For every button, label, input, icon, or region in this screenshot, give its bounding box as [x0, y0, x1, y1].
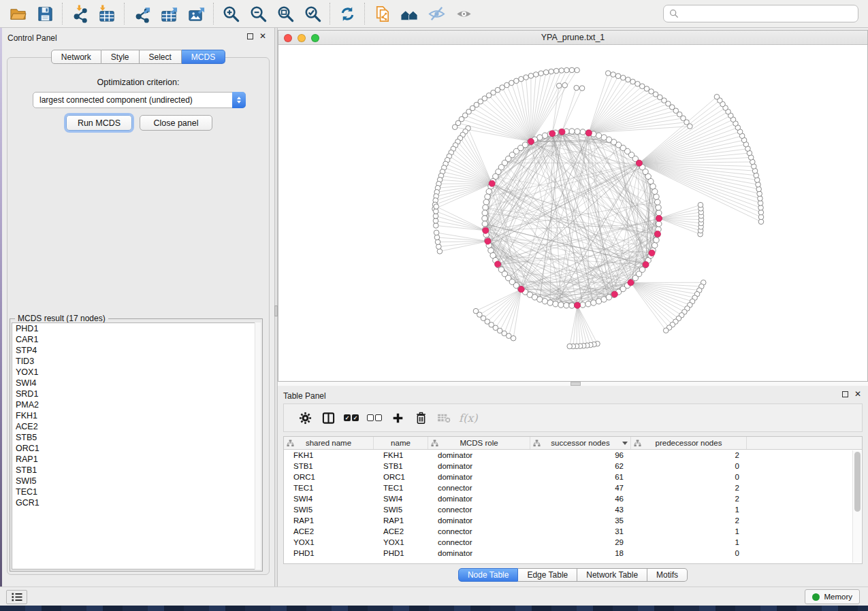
mcds-node[interactable] — [559, 129, 565, 135]
result-list-scrollbar[interactable] — [255, 323, 261, 569]
open-session-button[interactable] — [4, 2, 31, 25]
close-panel-icon[interactable]: ✕ — [854, 391, 861, 397]
mcds-node[interactable] — [636, 160, 642, 166]
select-all-columns-button[interactable]: ✓✓ — [340, 406, 363, 429]
column-header-predecessor-nodes[interactable]: predecessor nodes — [631, 437, 747, 449]
show-all-button[interactable] — [450, 2, 477, 25]
mcds-result-item[interactable]: STB5 — [12, 432, 260, 443]
mcds-result-item[interactable]: FKH1 — [12, 410, 260, 421]
tab-edge-table[interactable]: Edge Table — [518, 568, 577, 582]
tab-style[interactable]: Style — [101, 50, 140, 64]
close-panel-icon[interactable]: ✕ — [259, 33, 266, 39]
tab-network-table[interactable]: Network Table — [577, 568, 647, 582]
create-column-button[interactable] — [386, 406, 409, 429]
table-row[interactable]: TEC1TEC1connector472 — [284, 482, 862, 493]
settings-gear-icon — [299, 412, 312, 425]
run-mcds-button[interactable]: Run MCDS — [66, 115, 132, 131]
close-panel-button[interactable]: Close panel — [140, 115, 212, 131]
mcds-node[interactable] — [585, 130, 592, 136]
network-window-titlebar[interactable]: YPA_prune.txt_1 — [278, 31, 867, 45]
mcds-result-item[interactable]: YOX1 — [12, 367, 260, 378]
search-box[interactable] — [663, 5, 858, 22]
tab-mcds[interactable]: MCDS — [182, 50, 225, 64]
mcds-node[interactable] — [643, 261, 649, 267]
float-panel-icon[interactable] — [247, 33, 253, 39]
network-graph[interactable] — [278, 45, 867, 381]
duplicate-network-button[interactable] — [368, 2, 396, 25]
mcds-node[interactable] — [489, 180, 495, 186]
deselect-all-columns-button[interactable] — [363, 406, 386, 429]
mcds-result-item[interactable]: STP4 — [12, 345, 260, 356]
tab-motifs[interactable]: Motifs — [647, 568, 688, 582]
toolbar-separator — [124, 3, 125, 24]
show-columns-button[interactable] — [317, 406, 340, 429]
table-row[interactable]: PHD1PHD1dominator180 — [284, 548, 862, 559]
task-history-button[interactable] — [6, 590, 27, 604]
mcds-result-item[interactable]: SWI5 — [12, 476, 260, 486]
table-row[interactable]: ACE2ACE2connector311 — [284, 526, 862, 537]
table-row[interactable]: ORC1ORC1dominator610 — [284, 472, 862, 482]
column-header-shared-name[interactable]: shared name — [284, 437, 374, 449]
table-scrollbar[interactable] — [852, 450, 861, 563]
float-panel-icon[interactable] — [842, 391, 848, 397]
zoom-out-button[interactable] — [244, 2, 272, 25]
mcds-result-item[interactable]: ORC1 — [12, 443, 260, 454]
delete-columns-button[interactable] — [409, 406, 432, 429]
mcds-node[interactable] — [483, 227, 489, 233]
mcds-result-item[interactable]: PHD1 — [12, 323, 260, 334]
table-row[interactable]: FKH1FKH1dominator962 — [284, 450, 862, 461]
mcds-node[interactable] — [485, 238, 491, 244]
column-header-name[interactable]: name — [374, 437, 428, 449]
mcds-node[interactable] — [528, 138, 534, 144]
first-neighbors-button[interactable] — [396, 2, 423, 25]
export-image-button[interactable] — [182, 2, 210, 25]
mcds-result-item[interactable]: ACE2 — [12, 421, 260, 432]
table-row[interactable]: YOX1YOX1connector291 — [284, 537, 862, 548]
mcds-result-item[interactable]: STB1 — [12, 465, 260, 476]
mcds-node[interactable] — [549, 131, 556, 137]
save-session-button[interactable] — [31, 2, 59, 25]
tab-select[interactable]: Select — [140, 50, 182, 64]
mcds-node[interactable] — [494, 261, 500, 267]
mcds-result-item[interactable]: RAP1 — [12, 454, 260, 465]
mcds-node[interactable] — [656, 215, 662, 221]
mcds-node[interactable] — [654, 231, 660, 237]
mcds-result-item[interactable]: PMA2 — [12, 399, 260, 410]
export-table-button[interactable] — [155, 2, 182, 25]
export-network-button[interactable] — [128, 2, 155, 25]
refresh-button[interactable] — [334, 2, 361, 25]
settings-gear-button[interactable] — [293, 406, 317, 429]
tab-network[interactable]: Network — [51, 50, 101, 64]
mcds-node[interactable] — [649, 250, 655, 256]
zoom-in-button[interactable] — [217, 2, 244, 25]
mcds-node[interactable] — [611, 291, 617, 297]
column-header-successor-nodes[interactable]: successor nodes — [530, 437, 631, 449]
mcds-node[interactable] — [628, 280, 634, 286]
hide-selected-button[interactable] — [423, 2, 450, 25]
zoom-fit-button[interactable] — [272, 2, 299, 25]
table-row[interactable]: SWI5SWI5connector431 — [284, 504, 862, 515]
import-network-button[interactable] — [66, 2, 93, 25]
mcds-node[interactable] — [518, 286, 524, 293]
mcds-result-list[interactable]: PHD1CAR1STP4TID3YOX1SWI4SRD1PMA2FKH1ACE2… — [12, 323, 261, 569]
scrollbar-thumb[interactable] — [854, 452, 861, 512]
zoom-selected-button[interactable] — [299, 2, 326, 25]
mcds-result-item[interactable]: TID3 — [12, 356, 260, 367]
network-canvas[interactable] — [278, 45, 867, 381]
memory-button[interactable]: Memory — [805, 589, 860, 604]
mcds-result-item[interactable]: TEC1 — [12, 486, 260, 497]
table-row[interactable]: SWI4SWI4dominator462 — [284, 493, 862, 504]
import-table-button[interactable] — [93, 2, 120, 25]
criterion-select[interactable]: largest connected component (undirected) — [33, 92, 246, 108]
mcds-result-item[interactable]: GCR1 — [12, 497, 260, 508]
mcds-result-item[interactable]: SRD1 — [12, 389, 260, 399]
table-row[interactable]: STB1STB1dominator620 — [284, 461, 862, 472]
mcds-node[interactable] — [574, 302, 580, 308]
table-row[interactable]: RAP1RAP1dominator352 — [284, 515, 862, 526]
table-cell: 47 — [530, 482, 631, 493]
tab-node-table[interactable]: Node Table — [458, 568, 519, 582]
mcds-result-item[interactable]: SWI4 — [12, 378, 260, 389]
search-input[interactable] — [683, 9, 852, 18]
mcds-result-item[interactable]: CAR1 — [12, 334, 260, 345]
column-header-MCDS-role[interactable]: MCDS role — [428, 437, 530, 449]
